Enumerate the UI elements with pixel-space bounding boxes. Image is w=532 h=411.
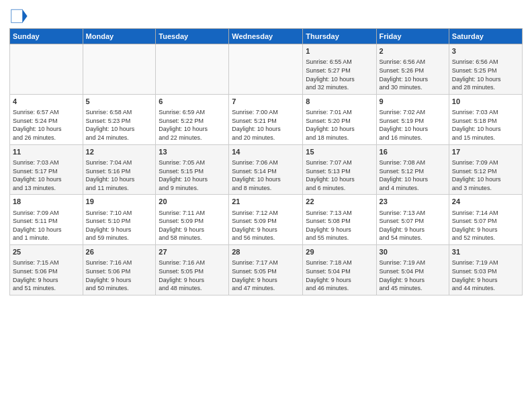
day-number: 28	[232, 247, 300, 257]
calendar-cell	[83, 44, 156, 95]
week-row-5: 25Sunrise: 7:15 AM Sunset: 5:06 PM Dayli…	[10, 245, 523, 295]
day-number: 25	[13, 247, 80, 257]
week-row-4: 18Sunrise: 7:09 AM Sunset: 5:11 PM Dayli…	[10, 195, 523, 245]
day-number: 2	[380, 46, 446, 56]
day-info: Sunrise: 7:06 AM Sunset: 5:14 PM Dayligh…	[232, 158, 300, 192]
calendar-body: 1Sunrise: 6:55 AM Sunset: 5:27 PM Daylig…	[10, 44, 523, 295]
day-info: Sunrise: 7:08 AM Sunset: 5:12 PM Dayligh…	[380, 158, 446, 192]
calendar-cell	[229, 44, 303, 95]
day-header-sunday: Sunday	[10, 29, 83, 44]
day-info: Sunrise: 7:17 AM Sunset: 5:05 PM Dayligh…	[232, 259, 300, 292]
calendar-cell: 2Sunrise: 6:56 AM Sunset: 5:26 PM Daylig…	[376, 44, 449, 95]
day-info: Sunrise: 7:09 AM Sunset: 5:12 PM Dayligh…	[452, 158, 519, 192]
day-number: 26	[86, 247, 153, 257]
day-info: Sunrise: 7:12 AM Sunset: 5:09 PM Dayligh…	[232, 209, 300, 242]
day-number: 20	[159, 197, 226, 207]
day-number: 15	[306, 147, 373, 157]
day-number: 9	[380, 97, 446, 107]
day-info: Sunrise: 7:19 AM Sunset: 5:03 PM Dayligh…	[452, 259, 519, 292]
day-number: 18	[13, 197, 80, 207]
calendar-cell: 11Sunrise: 7:03 AM Sunset: 5:17 PM Dayli…	[10, 144, 83, 195]
day-number: 13	[159, 147, 226, 157]
day-header-tuesday: Tuesday	[156, 29, 229, 44]
calendar-cell: 6Sunrise: 6:59 AM Sunset: 5:22 PM Daylig…	[156, 94, 229, 144]
day-number: 31	[452, 247, 519, 257]
day-number: 7	[232, 97, 300, 107]
day-info: Sunrise: 6:58 AM Sunset: 5:23 PM Dayligh…	[86, 108, 153, 142]
day-info: Sunrise: 7:19 AM Sunset: 5:04 PM Dayligh…	[380, 259, 446, 292]
day-info: Sunrise: 6:59 AM Sunset: 5:22 PM Dayligh…	[159, 108, 226, 142]
header	[9, 7, 523, 26]
calendar-cell: 29Sunrise: 7:18 AM Sunset: 5:04 PM Dayli…	[303, 245, 376, 295]
calendar-cell: 7Sunrise: 7:00 AM Sunset: 5:21 PM Daylig…	[229, 94, 303, 144]
day-number: 5	[86, 97, 153, 107]
day-number: 1	[306, 46, 373, 56]
day-header-monday: Monday	[83, 29, 156, 44]
day-info: Sunrise: 7:02 AM Sunset: 5:19 PM Dayligh…	[380, 108, 446, 142]
day-info: Sunrise: 7:13 AM Sunset: 5:07 PM Dayligh…	[380, 209, 446, 242]
week-row-2: 4Sunrise: 6:57 AM Sunset: 5:24 PM Daylig…	[10, 94, 523, 144]
day-info: Sunrise: 6:55 AM Sunset: 5:27 PM Dayligh…	[306, 58, 373, 91]
day-number: 4	[13, 97, 80, 107]
calendar-cell: 19Sunrise: 7:10 AM Sunset: 5:10 PM Dayli…	[83, 195, 156, 245]
day-info: Sunrise: 7:10 AM Sunset: 5:10 PM Dayligh…	[86, 209, 153, 242]
day-info: Sunrise: 7:18 AM Sunset: 5:04 PM Dayligh…	[306, 259, 373, 292]
day-number: 3	[452, 46, 519, 56]
day-number: 27	[159, 247, 226, 257]
calendar-cell: 9Sunrise: 7:02 AM Sunset: 5:19 PM Daylig…	[376, 94, 449, 144]
calendar-cell: 12Sunrise: 7:04 AM Sunset: 5:16 PM Dayli…	[83, 144, 156, 195]
day-info: Sunrise: 6:56 AM Sunset: 5:25 PM Dayligh…	[452, 58, 519, 91]
day-info: Sunrise: 7:15 AM Sunset: 5:06 PM Dayligh…	[13, 259, 80, 292]
day-number: 19	[86, 197, 153, 207]
day-number: 23	[380, 197, 446, 207]
calendar-cell: 31Sunrise: 7:19 AM Sunset: 5:03 PM Dayli…	[449, 245, 522, 295]
day-number: 6	[159, 97, 226, 107]
day-number: 16	[380, 147, 446, 157]
day-info: Sunrise: 7:03 AM Sunset: 5:17 PM Dayligh…	[13, 158, 80, 192]
day-number: 24	[452, 197, 519, 207]
day-info: Sunrise: 7:09 AM Sunset: 5:11 PM Dayligh…	[13, 209, 80, 242]
calendar-cell: 1Sunrise: 6:55 AM Sunset: 5:27 PM Daylig…	[303, 44, 376, 95]
day-info: Sunrise: 7:16 AM Sunset: 5:06 PM Dayligh…	[86, 259, 153, 292]
calendar-cell	[156, 44, 229, 95]
calendar-cell: 30Sunrise: 7:19 AM Sunset: 5:04 PM Dayli…	[376, 245, 449, 295]
day-number: 12	[86, 147, 153, 157]
calendar: SundayMondayTuesdayWednesdayThursdayFrid…	[9, 28, 523, 295]
calendar-cell: 5Sunrise: 6:58 AM Sunset: 5:23 PM Daylig…	[83, 94, 156, 144]
day-number: 8	[306, 97, 373, 107]
week-row-1: 1Sunrise: 6:55 AM Sunset: 5:27 PM Daylig…	[10, 44, 523, 95]
day-number: 10	[452, 97, 519, 107]
calendar-cell: 25Sunrise: 7:15 AM Sunset: 5:06 PM Dayli…	[10, 245, 83, 295]
day-header-thursday: Thursday	[303, 29, 376, 44]
day-header-friday: Friday	[376, 29, 449, 44]
day-header-wednesday: Wednesday	[229, 29, 303, 44]
svg-rect-1	[11, 9, 23, 23]
day-info: Sunrise: 7:05 AM Sunset: 5:15 PM Dayligh…	[159, 158, 226, 192]
day-info: Sunrise: 6:56 AM Sunset: 5:26 PM Dayligh…	[380, 58, 446, 91]
calendar-cell: 20Sunrise: 7:11 AM Sunset: 5:09 PM Dayli…	[156, 195, 229, 245]
day-info: Sunrise: 7:01 AM Sunset: 5:20 PM Dayligh…	[306, 108, 373, 142]
logo	[9, 7, 31, 26]
calendar-cell: 28Sunrise: 7:17 AM Sunset: 5:05 PM Dayli…	[229, 245, 303, 295]
day-info: Sunrise: 7:07 AM Sunset: 5:13 PM Dayligh…	[306, 158, 373, 192]
day-number: 14	[232, 147, 300, 157]
day-number: 21	[232, 197, 300, 207]
logo-icon	[9, 7, 28, 26]
calendar-cell: 24Sunrise: 7:14 AM Sunset: 5:07 PM Dayli…	[449, 195, 522, 245]
day-info: Sunrise: 7:16 AM Sunset: 5:05 PM Dayligh…	[159, 259, 226, 292]
calendar-cell: 21Sunrise: 7:12 AM Sunset: 5:09 PM Dayli…	[229, 195, 303, 245]
calendar-cell: 18Sunrise: 7:09 AM Sunset: 5:11 PM Dayli…	[10, 195, 83, 245]
calendar-cell: 16Sunrise: 7:08 AM Sunset: 5:12 PM Dayli…	[376, 144, 449, 195]
day-info: Sunrise: 7:00 AM Sunset: 5:21 PM Dayligh…	[232, 108, 300, 142]
calendar-header: SundayMondayTuesdayWednesdayThursdayFrid…	[10, 29, 523, 44]
day-number: 17	[452, 147, 519, 157]
day-info: Sunrise: 7:13 AM Sunset: 5:08 PM Dayligh…	[306, 209, 373, 242]
calendar-cell: 8Sunrise: 7:01 AM Sunset: 5:20 PM Daylig…	[303, 94, 376, 144]
day-info: Sunrise: 7:04 AM Sunset: 5:16 PM Dayligh…	[86, 158, 153, 192]
calendar-cell	[10, 44, 83, 95]
day-info: Sunrise: 7:14 AM Sunset: 5:07 PM Dayligh…	[452, 209, 519, 242]
calendar-cell: 10Sunrise: 7:03 AM Sunset: 5:18 PM Dayli…	[449, 94, 522, 144]
calendar-cell: 3Sunrise: 6:56 AM Sunset: 5:25 PM Daylig…	[449, 44, 522, 95]
day-info: Sunrise: 7:03 AM Sunset: 5:18 PM Dayligh…	[452, 108, 519, 142]
calendar-cell: 22Sunrise: 7:13 AM Sunset: 5:08 PM Dayli…	[303, 195, 376, 245]
